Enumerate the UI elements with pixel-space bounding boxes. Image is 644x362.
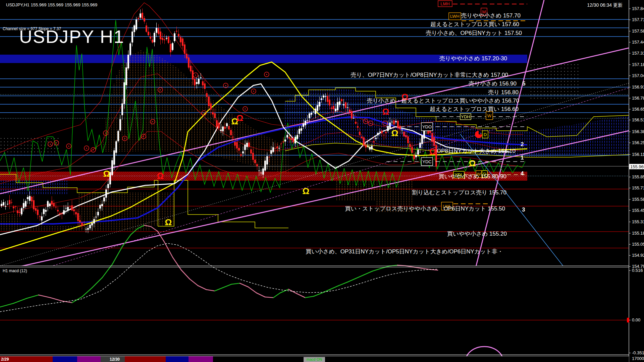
period-label-text: LWH: [450, 14, 460, 19]
timeline-segment: [125, 356, 166, 362]
update-timestamp: 12/30 06:34 更新: [587, 2, 623, 8]
bear-candle: [290, 138, 292, 140]
period-label-text: YDO: [422, 124, 432, 129]
omega-marker-icon: Ω: [391, 128, 398, 138]
macd-toggle-button[interactable]: macd ON: [304, 357, 325, 362]
bear-candle: [363, 137, 365, 146]
macd-main-line: [240, 283, 248, 287]
bear-candle: [292, 138, 294, 142]
bull-candle: [172, 43, 173, 50]
bear-candle: [381, 131, 383, 133]
bull-candle: [266, 156, 268, 165]
bear-candle: [248, 142, 250, 147]
bear-candle: [393, 120, 395, 124]
bear-candle: [190, 66, 192, 71]
bear-candle: [180, 37, 181, 42]
ichimoku-cloud-region: [530, 62, 580, 101]
omega-marker-icon: Ω: [236, 113, 244, 123]
macd-main-line: [314, 293, 322, 296]
wave-count-label: 2: [521, 141, 524, 147]
macd-main-line: [273, 293, 280, 298]
bull-candle: [367, 146, 369, 147]
macd-indicator-label: H1 macd (12): [3, 268, 27, 273]
level-annotation: 買い・ストップロス売りやや小さめ、OP6日NYカット 155.50: [345, 205, 505, 212]
macd-main-line: [414, 267, 423, 268]
bear-candle: [202, 81, 204, 85]
price-axis-label: 157.580: [632, 28, 644, 34]
ring-dot-icon: [93, 149, 94, 150]
bull-candle: [196, 82, 198, 84]
bull-candle: [136, 19, 137, 29]
level-annotation: 割り込むとストップロス売り 155.70: [412, 189, 506, 196]
bull-candle: [258, 171, 260, 171]
bull-candle: [395, 121, 397, 122]
omega-marker-icon: Ω: [303, 186, 310, 196]
bull-candle: [335, 109, 336, 111]
bear-candle: [184, 45, 185, 54]
bull-candle: [85, 229, 87, 230]
level-annotation: OP8日NYカット大きめ 156.10: [437, 148, 516, 154]
bull-candle: [347, 107, 348, 108]
bull-candle: [260, 173, 262, 173]
bull-candle: [23, 203, 24, 208]
ring-dot-icon: [160, 89, 161, 90]
price-axis-label: 156.115: [632, 152, 644, 157]
ring-dot-icon: [152, 121, 153, 122]
bull-candle: [1, 204, 2, 206]
bear-candle: [162, 38, 163, 40]
bull-candle: [317, 105, 318, 111]
price-axis-label: 156.250: [632, 140, 644, 145]
macd-main-line: [122, 235, 131, 246]
bear-candle: [282, 141, 284, 142]
bear-candle: [230, 130, 232, 135]
bull-candle: [65, 208, 67, 209]
bull-candle: [97, 212, 99, 216]
macd-pane: [0, 225, 629, 361]
omega-marker-icon: Ω: [165, 217, 172, 227]
bear-candle: [17, 211, 18, 213]
macd-zero-marker: [627, 318, 629, 322]
bull-candle: [91, 223, 93, 226]
price-axis-label: 157.180: [632, 62, 644, 67]
bull-candle: [294, 137, 296, 143]
bull-candle: [319, 102, 320, 107]
bear-candle: [359, 132, 361, 135]
price-axis-label: 156.780: [632, 96, 644, 101]
bear-candle: [431, 133, 433, 142]
bull-candle: [7, 204, 8, 204]
bull-candle: [244, 144, 246, 150]
bear-candle: [51, 201, 53, 204]
bear-candle: [234, 142, 236, 145]
macd-axis-label: 0.00: [632, 317, 640, 322]
symbol-watermark: USDJPY H1: [19, 26, 124, 47]
bull-candle: [121, 104, 123, 115]
bull-candle: [286, 135, 288, 137]
bear-candle: [206, 93, 208, 97]
bull-candle: [27, 197, 29, 199]
macd-axis-label: -0.351: [632, 350, 644, 355]
macd-main-line: [50, 298, 62, 301]
bear-candle: [212, 112, 214, 115]
omega-marker-icon: Ω: [103, 169, 110, 179]
timeline-segment: [53, 356, 77, 362]
bull-candle: [353, 118, 355, 119]
bull-candle: [284, 139, 286, 141]
bull-candle: [89, 225, 91, 228]
bull-candle: [371, 146, 373, 149]
macd-main-line: [347, 279, 356, 282]
macd-main-line: [322, 289, 330, 293]
bull-candle: [401, 130, 403, 130]
bear-candle: [254, 160, 256, 163]
bull-candle: [262, 169, 264, 175]
bear-candle: [35, 208, 37, 211]
macd-main-line: [190, 279, 198, 286]
bear-candle: [19, 212, 20, 213]
bear-candle: [186, 54, 187, 58]
bear-candle: [214, 113, 216, 118]
bear-candle: [399, 126, 401, 129]
bull-candle: [421, 136, 423, 144]
wave-count-label: 5: [522, 80, 525, 87]
macd-main-line: [181, 270, 190, 279]
bull-candle: [156, 28, 157, 33]
bear-candle: [288, 137, 290, 139]
